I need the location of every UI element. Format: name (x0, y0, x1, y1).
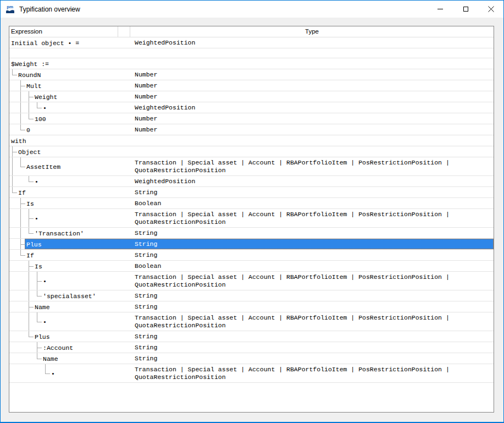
tree-row[interactable]: $Weight := (9, 58, 494, 69)
type-value: String (135, 303, 492, 311)
type-line: String (135, 251, 492, 259)
tree-line (29, 182, 34, 182)
tree-line (20, 130, 25, 130)
tree-row[interactable]: with (9, 135, 494, 146)
tree-line (12, 193, 17, 193)
expression-label: with (11, 137, 26, 144)
tree-line (37, 322, 42, 322)
tree-line (29, 312, 29, 331)
type-line: Transaction | Special asset | Account | … (135, 366, 492, 373)
column-header-expression[interactable]: Expression (9, 26, 118, 37)
expression-label: If (18, 189, 26, 196)
expression-label: Is (26, 200, 34, 207)
type-value: Number (135, 82, 492, 90)
type-value: String (135, 333, 492, 340)
tree-line (29, 272, 29, 290)
expression-label: 'Transaction' (35, 229, 84, 237)
type-line: Number (135, 71, 492, 79)
type-value: Number (135, 115, 492, 123)
expression-label: Object (18, 148, 41, 155)
type-line: Number (135, 126, 492, 134)
tree-row[interactable]: IsBoolean (9, 261, 494, 272)
expression-label: 'specialasset' (43, 292, 96, 299)
type-line: Transaction | Special asset | Account | … (135, 273, 492, 281)
tree-line (37, 296, 42, 296)
tree-line (37, 290, 37, 296)
expression-label: 0 (26, 126, 30, 133)
tree-line (20, 209, 21, 227)
type-value: String (135, 229, 492, 237)
tree-row[interactable]: 'specialasset'String (9, 290, 494, 301)
tree-row[interactable]: RoundNNumber (9, 69, 494, 80)
tree-row[interactable]: •Transaction | Special asset | Account |… (9, 364, 494, 383)
close-button[interactable] (478, 1, 503, 18)
type-line: Number (135, 93, 492, 101)
type-line: String (135, 240, 492, 248)
tree-row[interactable]: IsBoolean (9, 198, 494, 209)
tree-row[interactable]: NameString (9, 301, 494, 312)
expression-label: $Weight := (11, 60, 49, 67)
grid-body: Initial object • =WeightedPosition$Weigh… (9, 37, 494, 383)
tree-row[interactable]: AssetItemTransaction | Special asset | A… (9, 157, 494, 176)
type-value: String (135, 292, 492, 300)
svg-text:pm: pm (7, 4, 13, 9)
tree-row[interactable]: :AccountString (9, 342, 494, 353)
tree-row[interactable]: •Transaction | Special asset | Account |… (9, 209, 494, 228)
tree-row[interactable]: Initial object • =WeightedPosition (9, 37, 494, 48)
tree-line (20, 204, 25, 204)
tree-row[interactable]: 100Number (9, 113, 494, 124)
type-value: Number (135, 93, 492, 101)
tree-line (29, 233, 34, 234)
tree-line (29, 331, 29, 337)
type-line: String (135, 344, 492, 351)
type-line: Boolean (135, 262, 492, 270)
tree-row[interactable]: IfString (9, 187, 494, 198)
tree-line (29, 337, 34, 337)
column-header-type[interactable]: Type (130, 26, 494, 37)
spacer-row (9, 48, 494, 58)
expression-label: Name (35, 303, 50, 310)
expression-label: Plus (35, 333, 50, 340)
expression-label: • (51, 370, 55, 377)
tree-row[interactable]: •Transaction | Special asset | Account |… (9, 272, 494, 290)
type-value: String (135, 251, 492, 259)
tree-line (29, 176, 29, 182)
tree-line (37, 102, 37, 108)
type-value: WeightedPosition (135, 104, 492, 112)
tree-row[interactable]: •WeightedPosition (9, 176, 494, 187)
expression-label: AssetItem (26, 163, 60, 170)
tree-row[interactable]: •Transaction | Special asset | Account |… (9, 312, 494, 331)
tree-row[interactable]: 'Transaction'String (9, 228, 494, 239)
tree-row[interactable]: •WeightedPosition (9, 102, 494, 113)
grid-header: Expression Type (9, 26, 494, 37)
tree-line (20, 228, 21, 238)
type-value: WeightedPosition (135, 178, 492, 185)
tree-row[interactable]: IfString (9, 250, 494, 261)
tree-row[interactable]: Object (9, 146, 494, 157)
tree-row[interactable]: MultNumber (9, 80, 494, 91)
type-line: Number (135, 82, 492, 90)
minimize-button[interactable] (428, 1, 453, 18)
expression-label: Weight (35, 93, 57, 100)
type-value: Transaction | Special asset | Account | … (135, 314, 492, 329)
tree-line (20, 157, 21, 167)
close-icon (488, 6, 494, 12)
tree-row[interactable]: WeightNumber (9, 91, 494, 102)
typification-grid: Expression Type Initial object • =Weight… (9, 26, 494, 413)
tree-row[interactable]: NameString (9, 353, 494, 364)
tree-row[interactable]: PlusString (9, 331, 494, 342)
type-value: String (135, 355, 492, 362)
type-line: Boolean (135, 200, 492, 207)
caption-buttons (428, 1, 503, 18)
column-header-spacer (118, 26, 130, 37)
maximize-button[interactable] (453, 1, 478, 18)
type-line: QuotaRestrictionPosition (135, 281, 492, 289)
expression-label: RoundN (18, 71, 41, 78)
pm-app-icon[interactable]: pm (5, 4, 15, 14)
tree-line (29, 102, 29, 113)
tree-row[interactable]: 0Number (9, 124, 494, 135)
tree-line (37, 312, 37, 322)
expression-label: • (43, 318, 47, 325)
tree-line (29, 290, 29, 301)
tree-row[interactable]: PlusString (9, 239, 494, 250)
